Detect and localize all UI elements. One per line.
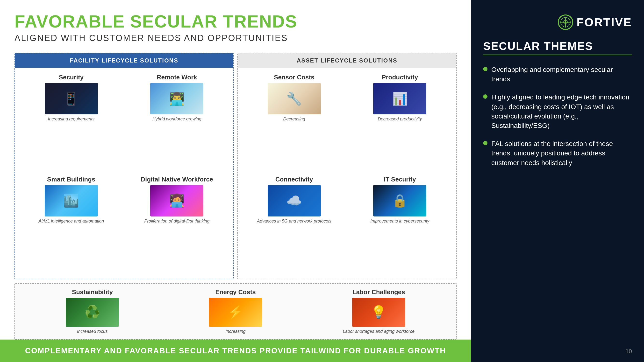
company-name: FORTIVE [576,16,632,29]
smart-buildings-image: 🏙️ [45,185,98,217]
labor-challenges-title: Labor Challenges [352,288,405,296]
remote-work-caption: Hybrid workforce growing [152,116,202,122]
footer-text: COMPLEMENTARY AND FAVORABLE SECULAR TREN… [14,346,456,355]
theme-item-remote-work: Remote Work 👨‍💻 Hybrid workforce growing [126,74,228,171]
facility-header: FACILITY LIFECYCLE SOLUTIONS [15,53,233,68]
solutions-grid: FACILITY LIFECYCLE SOLUTIONS Security 📱 … [14,53,456,340]
labor-challenges-image: 💡 [352,298,405,327]
facility-box: FACILITY LIFECYCLE SOLUTIONS Security 📱 … [14,53,234,279]
fortive-icon [558,14,573,30]
top-solutions: FACILITY LIFECYCLE SOLUTIONS Security 📱 … [14,53,456,279]
energy-costs-image: ⚡ [209,298,262,327]
sensor-costs-image: 🔧 [268,83,321,114]
bottom-item-sustainability: Sustainability ♻️ Increased focus [56,288,128,334]
theme-item-it-security: IT Security 🔒 Improvements in cybersecur… [350,176,450,273]
bottom-solutions: Sustainability ♻️ Increased focus Energy… [14,283,456,340]
theme-item-productivity: Productivity 📊 Decreased productivity [350,74,450,171]
left-panel: FAVORABLE SECULAR TRENDS ALIGNED WITH CU… [0,0,471,362]
it-security-title: IT Security [384,176,416,183]
theme-item-sensor-costs: Sensor Costs 🔧 Decreasing [244,74,345,171]
secular-bullet-1: Overlapping and complementary secular tr… [483,65,632,84]
right-panel: FORTIVE SECULAR THEMES Overlapping and c… [471,0,644,362]
bottom-item-energy-costs: Energy Costs ⚡ Increasing [199,288,272,334]
connectivity-caption: Advances in 5G and network protocols [257,218,332,224]
secular-divider [483,54,632,55]
productivity-image: 📊 [373,83,426,114]
smart-buildings-caption: AI/ML intelligence and automation [38,218,104,224]
bottom-item-labor-challenges: Labor Challenges 💡 Labor shortages and a… [342,288,415,334]
asset-content: Sensor Costs 🔧 Decreasing Productivity 📊 [238,68,456,279]
asset-box: ASSET LIFECYCLE SOLUTIONS Sensor Costs 🔧… [238,53,456,279]
energy-costs-caption: Increasing [226,329,246,334]
security-title: Security [59,74,84,81]
security-image: 📱 [45,83,98,114]
it-security-image: 🔒 [373,185,426,217]
page-number: 10 [626,348,632,355]
bullet-dot-1 [483,67,488,71]
theme-item-smart-buildings: Smart Buildings 🏙️ AI/ML intelligence an… [21,176,122,273]
bullet-dot-2 [483,94,488,99]
main-title: FAVORABLE SECULAR TRENDS [14,12,456,31]
sustainability-image: ♻️ [66,298,119,327]
bullet-text-3: FAL solutions at the intersection of the… [491,139,632,167]
sub-title: ALIGNED WITH CUSTOMER NEEDS AND OPPORTUN… [14,33,456,43]
theme-item-digital-workforce: Digital Native Workforce 👩‍💻 Proliferati… [126,176,228,273]
energy-costs-title: Energy Costs [215,288,256,296]
digital-workforce-title: Digital Native Workforce [140,176,213,183]
productivity-caption: Decreased productivity [378,116,422,122]
digital-workforce-caption: Proliferation of digital-first thinking [144,218,210,224]
it-security-caption: Improvements in cybersecurity [370,218,429,224]
smart-buildings-title: Smart Buildings [47,176,95,183]
sustainability-caption: Increased focus [77,329,108,334]
remote-work-title: Remote Work [157,74,197,81]
digital-workforce-image: 👩‍💻 [150,185,204,217]
content-area: FACILITY LIFECYCLE SOLUTIONS Security 📱 … [0,48,471,340]
secular-bullet-2: Highly aligned to leading edge tech inno… [483,92,632,130]
sensor-costs-title: Sensor Costs [274,74,314,81]
bullet-text-2: Highly aligned to leading edge tech inno… [491,92,632,130]
fortive-logo: FORTIVE [483,14,632,30]
footer-banner: COMPLEMENTARY AND FAVORABLE SECULAR TREN… [0,340,471,362]
sensor-costs-caption: Decreasing [283,116,305,122]
security-caption: Increasing requirements [48,116,94,122]
asset-header: ASSET LIFECYCLE SOLUTIONS [238,53,456,68]
secular-bullet-3: FAL solutions at the intersection of the… [483,139,632,167]
remote-work-image: 👨‍💻 [150,83,204,114]
labor-challenges-caption: Labor shortages and aging workforce [343,329,414,334]
bullet-text-1: Overlapping and complementary secular tr… [491,65,632,84]
connectivity-image: ☁️ [268,185,321,217]
theme-item-connectivity: Connectivity ☁️ Advances in 5G and netwo… [244,176,345,273]
secular-themes-title: SECULAR THEMES [483,39,632,53]
productivity-title: Productivity [382,74,418,81]
connectivity-title: Connectivity [276,176,313,183]
facility-content: Security 📱 Increasing requirements Remot… [15,68,233,279]
bullet-dot-3 [483,141,488,145]
sustainability-title: Sustainability [72,288,113,296]
header: FAVORABLE SECULAR TRENDS ALIGNED WITH CU… [0,0,471,48]
theme-item-security: Security 📱 Increasing requirements [21,74,122,171]
